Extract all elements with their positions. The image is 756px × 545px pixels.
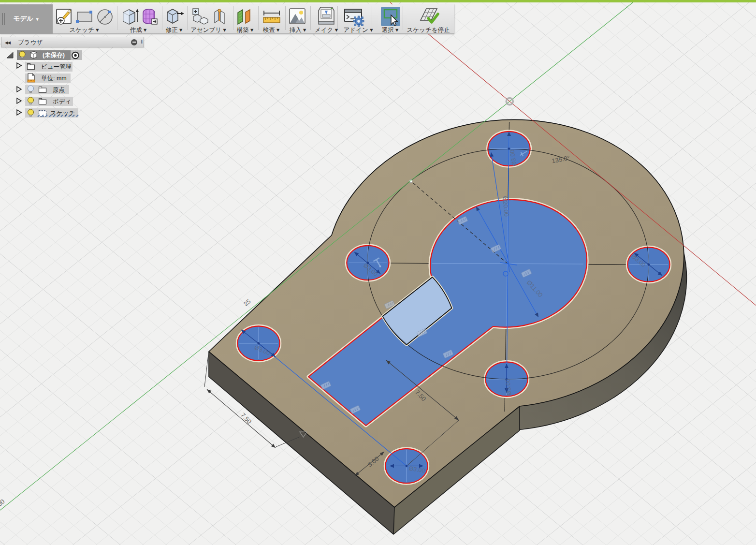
svg-text:Ø3.00: Ø3.00 [505,379,513,396]
